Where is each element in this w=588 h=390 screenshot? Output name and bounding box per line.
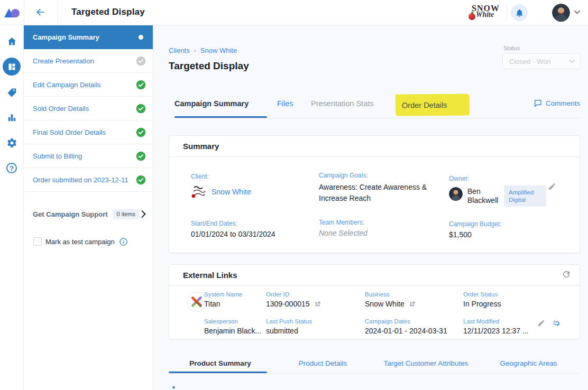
- test-campaign-checkbox[interactable]: [33, 237, 42, 246]
- order-status-value: In Progress: [463, 300, 501, 308]
- external-links-header: External Links: [169, 265, 580, 286]
- last-push-status-label: Last Push Status: [266, 318, 312, 324]
- external-links-title: External Links: [183, 271, 237, 280]
- summary-card: Summary Client: Snow White Campaign Goal…: [169, 135, 580, 253]
- icon-rail: ?: [0, 25, 24, 390]
- tab-presentation-stats[interactable]: Presentation Stats: [311, 99, 374, 108]
- rail-home-button[interactable]: [0, 29, 24, 54]
- user-menu[interactable]: [552, 4, 582, 22]
- truncated-icon: [171, 385, 177, 390]
- tab-product-summary[interactable]: Product Summary: [169, 359, 272, 367]
- summary-title: Summary: [183, 142, 219, 151]
- rail-campaigns-button-active[interactable]: [0, 54, 24, 79]
- account-brand-logo: SNOW White: [467, 3, 501, 23]
- check-circle-pending-icon: [136, 56, 146, 66]
- dates-field: Start/End Dates: 01/01/2024 to 03/31/202…: [191, 220, 275, 238]
- status-select[interactable]: Closed - Won: [502, 53, 581, 69]
- external-link-icon[interactable]: [314, 301, 321, 308]
- rail-tags-button[interactable]: [0, 79, 24, 105]
- step-campaign-summary[interactable]: Campaign Summary: [24, 25, 153, 49]
- order-status-label: Order Status: [463, 291, 501, 298]
- client-field: Client: Snow White: [191, 173, 251, 199]
- external-link-icon[interactable]: [409, 301, 416, 308]
- owner-avatar: [449, 187, 463, 201]
- owner-field: Owner: Ben Blackwell: [449, 175, 504, 205]
- check-circle-done-icon: [136, 151, 146, 161]
- comment-bubble-icon: [534, 99, 542, 107]
- comments-button[interactable]: Comments: [534, 99, 580, 107]
- apple-icon: [468, 13, 475, 20]
- order-status-field: Order Status In Progress: [463, 291, 501, 308]
- workflow-sidebar: Campaign Summary Create Presentation Edi…: [24, 25, 153, 390]
- unlink-icon: [552, 319, 561, 328]
- step-create-presentation[interactable]: Create Presentation: [24, 49, 153, 73]
- home-icon: [6, 36, 17, 47]
- step-label: Edit Campaign Details: [33, 81, 136, 89]
- bell-icon: [515, 8, 524, 17]
- app-logo[interactable]: [4, 6, 21, 19]
- business-field: Business Snow White: [365, 291, 416, 308]
- tab-geographic-areas[interactable]: Geographic Areas: [477, 359, 580, 367]
- refresh-button[interactable]: [561, 270, 572, 281]
- step-sold-order-details[interactable]: Sold Order Details: [24, 97, 153, 120]
- team-members-value: None Selected: [319, 229, 368, 237]
- window-title: Targeted Display: [71, 7, 145, 17]
- owner-name: Ben Blackwell: [467, 187, 504, 205]
- chevron-down-icon: [569, 59, 575, 63]
- campaign-dates-label: Campaign Dates: [365, 318, 447, 324]
- step-edit-campaign-details[interactable]: Edit Campaign Details: [24, 73, 153, 97]
- step-order-submitted[interactable]: Order submitted on 2023-12-11: [24, 168, 153, 192]
- campaign-dates-value: 2024-01-01 - 2024-03-31: [365, 327, 447, 335]
- order-id-value: 1309-000015: [266, 300, 310, 308]
- salesperson-field: Salesperson Benjamin Black...: [204, 318, 261, 335]
- main-content: Clients › Snow White Status Closed - Won…: [153, 25, 588, 390]
- edit-owner-button[interactable]: [548, 182, 556, 192]
- tab-order-details-highlighted[interactable]: Order Details: [396, 94, 470, 116]
- notifications-button[interactable]: [511, 4, 528, 21]
- rail-reports-button[interactable]: [0, 105, 24, 130]
- chevron-down-icon: [574, 10, 580, 14]
- back-button[interactable]: [33, 6, 48, 19]
- divider: [507, 5, 507, 20]
- status-value: Closed - Won: [509, 58, 569, 66]
- tab-files[interactable]: Files: [277, 99, 293, 108]
- system-name-field: System Name Titan: [204, 291, 242, 308]
- rail-settings-button[interactable]: [0, 130, 24, 155]
- test-campaign-row: Mark as test campaign: [24, 236, 153, 247]
- tab-order-details-label: Order Details: [402, 100, 447, 109]
- campaign-goals-label: Campaign Goals:: [319, 172, 442, 179]
- breadcrumb: Clients › Snow White: [169, 47, 237, 54]
- client-link[interactable]: Snow White: [212, 188, 251, 196]
- help-icon: ?: [6, 163, 17, 173]
- budget-label: Campaign Budget:: [449, 220, 501, 228]
- user-avatar: [552, 4, 570, 22]
- unlink-button[interactable]: [550, 318, 562, 330]
- system-name-value: Titan: [204, 300, 242, 308]
- last-modified-label: Last Modified: [463, 318, 529, 324]
- tab-campaign-summary[interactable]: Campaign Summary: [174, 99, 249, 108]
- breadcrumb-clients[interactable]: Clients: [169, 47, 190, 54]
- info-icon[interactable]: [120, 238, 127, 246]
- breadcrumb-snow-white[interactable]: Snow White: [200, 47, 237, 54]
- system-name-label: System Name: [204, 291, 242, 298]
- dates-value: 01/01/2024 to 03/31/2024: [191, 230, 275, 238]
- dates-label: Start/End Dates:: [191, 220, 275, 227]
- get-campaign-support[interactable]: Get Campaign Support 0 items: [24, 206, 153, 222]
- edit-external-link-button[interactable]: [536, 318, 546, 330]
- last-push-status-field: Last Push Status submitted: [266, 318, 312, 335]
- page-title: Targeted Display: [169, 60, 249, 72]
- check-circle-done-icon: [136, 80, 146, 90]
- tag-icon: [6, 87, 17, 98]
- back-arrow-icon: [34, 6, 46, 18]
- divider: [169, 373, 580, 374]
- step-submit-to-billing[interactable]: Submit to Billing: [24, 144, 153, 168]
- tab-product-details[interactable]: Product Details: [271, 359, 374, 367]
- step-final-sold-order-details[interactable]: Final Sold Order Details: [24, 120, 153, 144]
- rail-help-button[interactable]: ?: [0, 155, 24, 181]
- snow-white-mini-logo-icon: [191, 184, 207, 199]
- last-modified-value: 12/11/2023 12:37 ...: [463, 327, 529, 335]
- step-label: Sold Order Details: [33, 105, 136, 113]
- external-links-card: External Links System Name Titan Order I…: [169, 264, 580, 339]
- team-members-field: Team Members: None Selected: [319, 219, 368, 237]
- tab-target-customer-attributes[interactable]: Target Customer Attributes: [374, 359, 477, 367]
